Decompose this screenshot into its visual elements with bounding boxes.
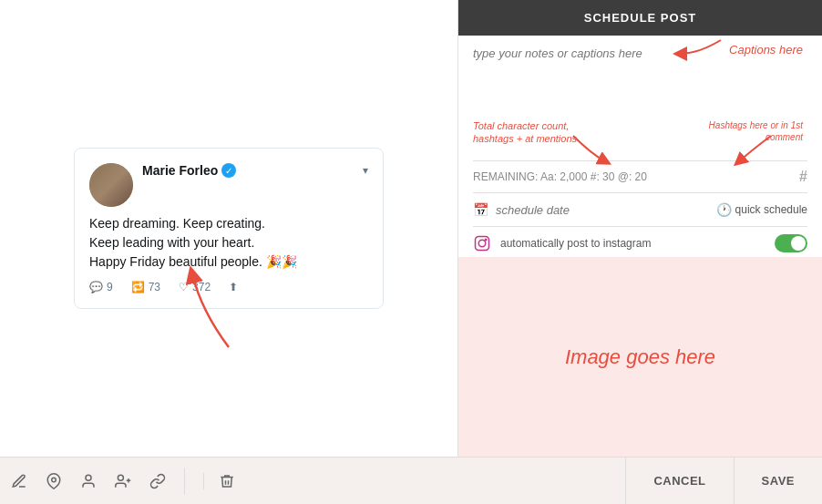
save-button[interactable]: SAVE: [735, 458, 822, 505]
right-panel-body: Captions here Total character count,hash…: [458, 36, 822, 257]
svg-point-5: [478, 240, 486, 247]
instagram-icon: [473, 234, 491, 252]
quick-schedule-label: quick schedule: [735, 203, 807, 216]
retweet-count: 73: [149, 281, 160, 293]
captions-annotation: Captions here: [671, 36, 803, 63]
instagram-label: automatically post to instagram: [500, 237, 651, 250]
link-icon[interactable]: [149, 473, 166, 489]
svg-point-9: [118, 475, 123, 480]
char-count-arrow-icon: [573, 136, 628, 172]
schedule-date-input[interactable]: [496, 203, 709, 217]
instagram-row: automatically post to instagram: [473, 227, 807, 257]
bottom-arrow-annotation: [174, 256, 283, 365]
tweet-name-row: Marie Forleo ✓ ▾: [142, 163, 368, 178]
char-count-text: REMAINING: Aa: 2,000 #: 30 @: 20: [473, 170, 647, 183]
tweet-reply-action: 💬 9: [89, 281, 113, 293]
toolbar-right: CANCEL SAVE: [625, 458, 822, 505]
pencil-icon[interactable]: [11, 473, 27, 489]
quick-schedule-button[interactable]: 🕐 quick schedule: [716, 202, 807, 217]
image-placeholder-text: Image goes here: [565, 345, 715, 369]
toolbar-left: [0, 468, 625, 495]
user-icon[interactable]: [80, 473, 97, 489]
instagram-toggle[interactable]: [775, 234, 807, 252]
tweet-retweet-action: 🔁 73: [131, 281, 160, 293]
schedule-post-title: SCHEDULE POST: [584, 11, 697, 25]
caption-arrow-icon: [671, 36, 725, 63]
delete-button[interactable]: [203, 473, 250, 489]
schedule-date-row: 📅 🕐 quick schedule: [473, 193, 807, 227]
hashtag-arrow-icon: [735, 136, 780, 172]
svg-point-7: [52, 478, 57, 482]
right-panel: SCHEDULE POST Captions here: [457, 0, 822, 457]
char-count-section: Total character count,hashtags + at ment…: [473, 119, 807, 193]
bottom-toolbar: CANCEL SAVE: [0, 457, 822, 504]
avatar: [89, 163, 133, 207]
verified-badge: ✓: [221, 163, 236, 178]
schedule-post-header: SCHEDULE POST: [458, 0, 822, 36]
reply-count: 9: [107, 281, 113, 293]
tweet-author-name: Marie Forleo: [142, 163, 218, 178]
reply-icon: 💬: [89, 281, 103, 293]
instagram-social-left: automatically post to instagram: [473, 234, 651, 252]
cancel-button[interactable]: CANCEL: [626, 458, 734, 505]
add-user-icon[interactable]: [115, 473, 131, 489]
tweet-user-info: Marie Forleo ✓ ▾: [142, 163, 368, 178]
location-icon[interactable]: [46, 473, 62, 489]
tweet-header: Marie Forleo ✓ ▾: [89, 163, 368, 207]
captions-label: Captions here: [729, 43, 803, 57]
toolbar-separator: [184, 468, 185, 495]
svg-point-8: [86, 475, 91, 480]
hashtag-icon[interactable]: #: [799, 169, 807, 185]
left-panel: Marie Forleo ✓ ▾ Keep dreaming. Keep cre…: [0, 0, 457, 457]
svg-point-6: [485, 239, 487, 241]
retweet-icon: 🔁: [131, 281, 145, 293]
main-content: Marie Forleo ✓ ▾ Keep dreaming. Keep cre…: [0, 0, 822, 457]
calendar-icon: 📅: [473, 202, 488, 217]
svg-rect-4: [476, 237, 489, 251]
tweet-chevron-icon: ▾: [363, 164, 368, 177]
clock-icon: 🕐: [716, 202, 732, 217]
image-placeholder: Image goes here: [458, 257, 822, 457]
